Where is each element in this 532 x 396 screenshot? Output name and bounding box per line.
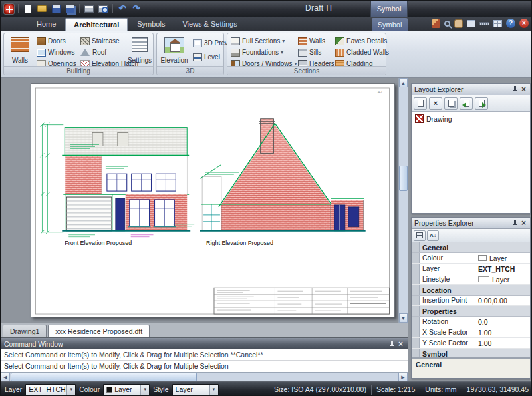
- elevation-button[interactable]: Elevation: [159, 35, 190, 65]
- property-row-colour[interactable]: ColourLayer: [412, 253, 530, 264]
- windows-button[interactable]: Windows: [35, 47, 76, 58]
- category-label: General: [420, 242, 451, 252]
- doors-button[interactable]: Doors: [35, 35, 67, 47]
- eaves-details-button[interactable]: Eaves Details: [334, 35, 388, 47]
- style-dropdown[interactable]: Layer▼: [172, 384, 219, 395]
- full-sections-button[interactable]: Full Sections▾: [229, 35, 286, 47]
- delete-layout-button[interactable]: ×: [429, 97, 442, 110]
- foundations-button[interactable]: Foundations▾: [229, 47, 285, 58]
- tab-architectural[interactable]: Architectural: [65, 18, 128, 31]
- toolbar-separator: [112, 4, 113, 13]
- import-layout-button[interactable]: [460, 97, 473, 110]
- zoom-in-icon[interactable]: [444, 21, 450, 27]
- property-row-y-scale[interactable]: Y Scale Factor1.00: [412, 338, 530, 349]
- command-window-titlebar[interactable]: Command Window ×: [1, 338, 408, 349]
- tab-home[interactable]: Home: [29, 18, 64, 31]
- save-all-button[interactable]: [64, 3, 76, 15]
- context-tab-header[interactable]: Symbol: [370, 1, 408, 17]
- scroll-left-arrow[interactable]: ◀: [1, 373, 10, 381]
- application-window: ↶ ↷ Draft IT Symbol Home Architectural S…: [0, 0, 532, 396]
- layer-dropdown[interactable]: EXT_HTCH▼: [25, 384, 76, 395]
- scroll-down-arrow[interactable]: ▼: [399, 313, 408, 323]
- help-icon[interactable]: ?: [506, 19, 515, 28]
- close-icon[interactable]: ×: [520, 86, 527, 93]
- roof-button[interactable]: Roof: [79, 47, 108, 58]
- main-area: A2: [1, 78, 532, 381]
- canvas-vertical-scrollbar[interactable]: ▲ ▼: [398, 78, 408, 323]
- command-window: Command Window × Select Command or Item(…: [1, 337, 408, 381]
- pan-hand-icon[interactable]: [454, 19, 463, 28]
- doc-tab-residence[interactable]: xxx Residence Proposed.dft: [48, 325, 150, 337]
- tab-symbols[interactable]: Symbols: [129, 18, 173, 31]
- pin-icon[interactable]: [389, 341, 395, 347]
- drawing-canvas[interactable]: A2: [1, 78, 408, 323]
- level-button[interactable]: Level: [192, 51, 221, 63]
- open-file-button[interactable]: [36, 3, 48, 15]
- command-prompt-line[interactable]: Select Command or Item(s) to Modify, Cli…: [1, 361, 408, 372]
- print-preview-button[interactable]: [97, 3, 109, 15]
- property-category[interactable]: General: [412, 242, 530, 253]
- tab-symbol-context[interactable]: Symbol: [372, 18, 408, 31]
- property-category[interactable]: Properties: [412, 306, 530, 317]
- row-gutter: [412, 264, 420, 274]
- properties-explorer-titlebar[interactable]: Properties Explorer ×: [412, 218, 530, 229]
- doc-tab-drawing1[interactable]: Drawing1: [3, 325, 47, 337]
- property-row-linestyle[interactable]: LinestyleLayer: [412, 274, 530, 285]
- scrollbar-thumb[interactable]: [11, 373, 197, 381]
- property-category[interactable]: Location: [412, 285, 530, 296]
- cladded-walls-button[interactable]: Cladded Walls: [334, 47, 390, 58]
- undo-icon: ↶: [119, 4, 126, 13]
- copy-layout-button[interactable]: [444, 97, 458, 110]
- colour-dropdown[interactable]: Layer▼: [103, 384, 150, 395]
- new-file-button[interactable]: [22, 3, 34, 15]
- right-elevation-label: Right Elevation Proposed: [206, 240, 273, 246]
- close-icon[interactable]: ×: [397, 341, 404, 347]
- layout-explorer-titlebar[interactable]: Layout Explorer ×: [412, 84, 530, 95]
- command-horizontal-scrollbar[interactable]: ◀ ▶: [1, 372, 408, 381]
- export-layout-button[interactable]: [475, 97, 488, 110]
- new-layout-button[interactable]: [414, 97, 427, 110]
- close-icon[interactable]: ×: [520, 220, 527, 226]
- property-row-insertion-point[interactable]: Insertion Point0.00,0.00: [412, 296, 530, 306]
- tab-views-settings[interactable]: Views & Settings: [174, 18, 245, 31]
- layout-item-drawing[interactable]: Drawing: [414, 114, 528, 124]
- row-gutter: [412, 296, 420, 305]
- style-label: Style: [153, 385, 168, 393]
- chevron-down-icon: ▾: [281, 49, 283, 55]
- units-status: Units: mm: [425, 385, 456, 393]
- scroll-right-arrow[interactable]: ▶: [398, 373, 408, 381]
- layout-item-label: Drawing: [426, 115, 452, 123]
- layout-explorer-title: Layout Explorer: [414, 85, 464, 93]
- staircase-button[interactable]: Staircase: [79, 35, 121, 47]
- settings-button[interactable]: Settings: [126, 35, 153, 65]
- walls-button[interactable]: Walls: [6, 35, 34, 65]
- pin-icon[interactable]: [512, 220, 518, 226]
- scrollbar-thumb[interactable]: [399, 166, 408, 191]
- walls-section-button[interactable]: Walls: [297, 35, 327, 47]
- print-button[interactable]: [83, 3, 95, 15]
- redo-button[interactable]: ↷: [130, 3, 142, 15]
- save-button[interactable]: [50, 3, 62, 15]
- undo-button[interactable]: ↶: [116, 3, 128, 15]
- right-elevation: Right Elevation Proposed: [200, 119, 366, 246]
- property-row-rotation[interactable]: Rotation0.0: [412, 317, 530, 327]
- category-gutter[interactable]: [412, 306, 420, 316]
- close-icon[interactable]: ×: [519, 19, 529, 28]
- app-logo-icon[interactable]: [3, 3, 15, 15]
- zoom-window-icon[interactable]: [467, 20, 475, 27]
- scroll-up-arrow[interactable]: ▲: [399, 78, 408, 87]
- pencil-icon[interactable]: [432, 19, 440, 28]
- categorized-view-button[interactable]: [414, 230, 426, 241]
- drawing-sheet[interactable]: A2: [31, 83, 395, 317]
- windows-icon: [37, 49, 46, 57]
- property-row-layer[interactable]: LayerEXT_HTCH: [412, 264, 530, 274]
- sills-button[interactable]: Sills: [297, 47, 323, 58]
- property-row-x-scale[interactable]: X Scale Factor1.00: [412, 327, 530, 338]
- copy-icon: [448, 100, 454, 107]
- sort-alphabetical-button[interactable]: A↓: [427, 230, 439, 241]
- category-gutter[interactable]: [412, 285, 420, 295]
- category-gutter[interactable]: [412, 242, 420, 252]
- measure-icon[interactable]: [479, 22, 489, 25]
- pin-icon[interactable]: [512, 86, 518, 93]
- grid-icon[interactable]: [493, 20, 502, 27]
